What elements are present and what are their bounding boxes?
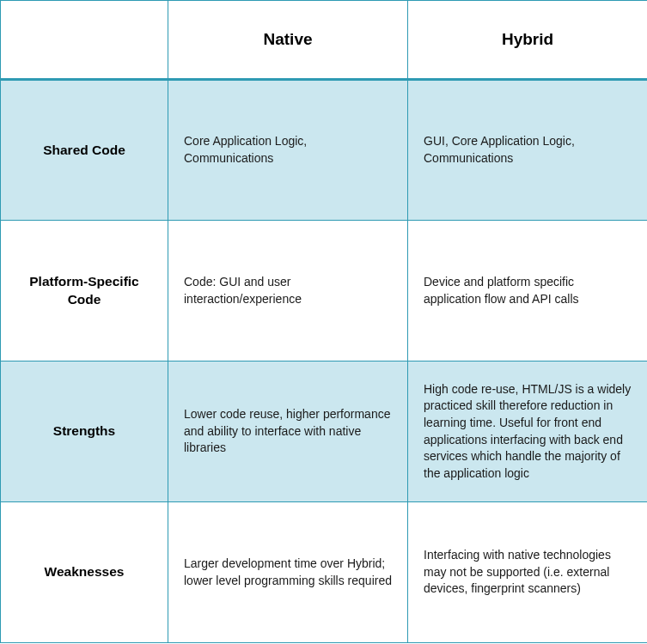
table-row: Platform-Specific Code Code: GUI and use… — [1, 221, 648, 361]
cell-hybrid: High code re-use, HTML/JS is a widely pr… — [408, 361, 648, 502]
header-empty — [1, 1, 168, 80]
table-row: Shared Code Core Application Logic, Comm… — [1, 80, 648, 221]
cell-native: Core Application Logic, Communications — [168, 80, 408, 221]
cell-hybrid: Interfacing with native technologies may… — [408, 502, 648, 643]
comparison-table: Native Hybrid Shared Code Core Applicati… — [0, 0, 647, 643]
table-row: Weaknesses Larger development time over … — [1, 502, 648, 643]
header-native: Native — [168, 1, 408, 80]
cell-native: Larger development time over Hybrid; low… — [168, 502, 408, 643]
row-label: Strengths — [1, 361, 168, 502]
cell-hybrid: GUI, Core Application Logic, Communicati… — [408, 80, 648, 221]
cell-native: Code: GUI and user interaction/experienc… — [168, 221, 408, 361]
header-hybrid: Hybrid — [408, 1, 648, 80]
row-label: Weaknesses — [1, 502, 168, 643]
cell-hybrid: Device and platform specific application… — [408, 221, 648, 361]
row-label: Platform-Specific Code — [1, 221, 168, 361]
cell-native: Lower code reuse, higher performance and… — [168, 361, 408, 502]
table-header-row: Native Hybrid — [1, 1, 648, 80]
table-row: Strengths Lower code reuse, higher perfo… — [1, 361, 648, 502]
row-label: Shared Code — [1, 80, 168, 221]
